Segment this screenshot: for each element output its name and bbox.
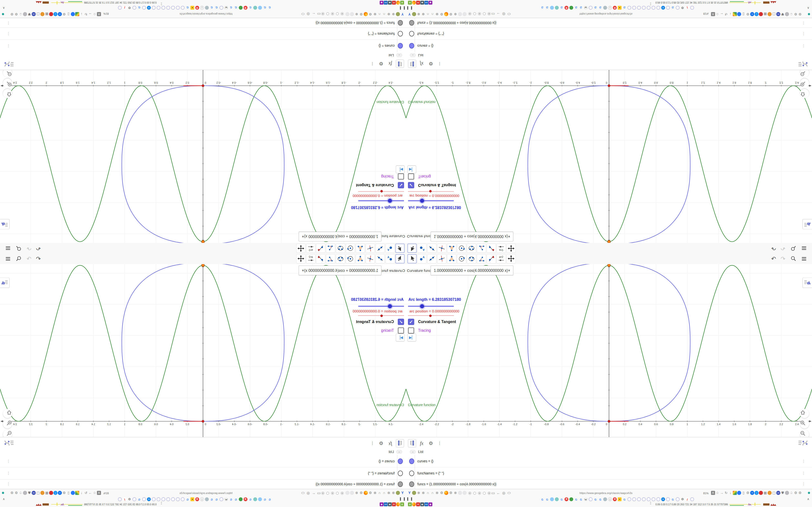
tool-ellipse-button[interactable] [336, 243, 345, 253]
collapse-carets-icon[interactable]: ^^ [161, 502, 162, 505]
arc-length-slider-knob[interactable] [388, 199, 392, 203]
tab-favicon-wreath[interactable] [176, 6, 180, 10]
thumb-extension-icon[interactable]: ♤ [18, 12, 23, 16]
tab-favicon-globe-fav[interactable] [603, 6, 607, 10]
url-text[interactable]: https://www.geogebra.org/classic/aagcxh3… [579, 492, 632, 495]
tool-perpendicular-line-button[interactable] [437, 243, 446, 253]
box-extension-icon[interactable]: ▢ [772, 12, 776, 16]
curve-maximum-point[interactable] [202, 240, 204, 243]
gear-extension-icon[interactable]: ⚙ [798, 491, 802, 495]
row-menu-icon[interactable]: ⋮ [802, 44, 806, 48]
tab-favicon-globe-fav[interactable] [603, 497, 607, 501]
gauge-icon[interactable]: ∩ [430, 12, 435, 16]
tool-circle-button[interactable] [457, 254, 466, 264]
wrench-icon[interactable]: ⚙ [368, 12, 372, 16]
tree-view-button[interactable] [408, 439, 416, 447]
globe-icon[interactable]: ⊕ [435, 491, 439, 495]
tab-favicon-wreath[interactable] [171, 6, 175, 10]
tab-favicon-gear-fav[interactable]: ⚙ [128, 497, 132, 501]
tool-angle-button[interactable] [326, 243, 335, 253]
radio-dot-icon[interactable] [488, 12, 491, 15]
visibility-toggle-off[interactable] [398, 470, 403, 476]
function-dropdown[interactable]: 1.000000000000 + cos(4.000000000000 x) ▼ [430, 266, 513, 275]
gear-icon[interactable]: ⚙ [449, 12, 453, 16]
tab-favicon-blue[interactable]: ● [661, 6, 665, 10]
settings-gear-button[interactable]: ⚙ [427, 60, 435, 67]
tab-favicon-f-fav[interactable]: f [123, 497, 126, 501]
tab-favicon-G[interactable]: G [137, 6, 141, 10]
tab-favicon-G[interactable]: G [137, 497, 141, 501]
arc-length-slider-knob[interactable] [388, 304, 392, 308]
tab-favicon-yandex[interactable]: Я [244, 497, 248, 501]
home-view-button[interactable] [800, 409, 809, 418]
tool-ellipse-button[interactable] [467, 254, 476, 264]
collapse-list-button[interactable]: – [396, 450, 402, 454]
arrow-left-icon[interactable]: ← [311, 12, 316, 16]
algebra-row-funcnames[interactable]: funcNames = {" ''} ⋮ [0, 27, 406, 40]
translate-extension-icon[interactable]: A [711, 12, 715, 16]
gauge-icon[interactable]: ∩ [382, 12, 386, 16]
arc-position-slider-knob[interactable] [429, 315, 432, 317]
trash-extension-icon[interactable]: ▦ [763, 491, 767, 495]
algebra-row-funcnames[interactable]: funcNames = {" ''} ⋮ [0, 467, 406, 480]
red-gear-icon[interactable]: ⚙ [392, 1, 396, 5]
tab-favicon-wreath[interactable] [676, 6, 679, 10]
settings-gear-button[interactable]: ⚙ [427, 440, 435, 447]
firefox-task-icon[interactable] [396, 1, 400, 5]
algebra-row-funcs[interactable]: funcs = {1.000000000000 + cos(4.00000000… [0, 479, 406, 489]
tab-favicon-G[interactable]: G [210, 497, 214, 501]
tab-favicon-G[interactable]: G [540, 6, 544, 10]
curvature-tangent-checkbox[interactable]: ✓ [408, 319, 414, 325]
radio-dot-icon[interactable] [468, 12, 471, 15]
tab-favicon-wreath[interactable] [656, 497, 660, 501]
tab-favicon-wreath[interactable] [690, 497, 694, 501]
curve-maximum-point[interactable] [608, 240, 610, 243]
tab-favicon-G[interactable]: G [248, 497, 252, 501]
main-menu-button[interactable] [4, 256, 12, 262]
tab-favicon-G[interactable]: G [622, 6, 626, 10]
tab-favicon-wreath[interactable] [133, 497, 136, 501]
main-menu-button[interactable] [800, 245, 808, 251]
tab-favicon-G[interactable]: G [594, 497, 597, 501]
globe-icon[interactable]: ⊕ [435, 12, 439, 16]
dim-icon[interactable] [463, 12, 467, 16]
tool-move-graphics-button[interactable] [296, 254, 305, 264]
tab-favicon-G[interactable]: G [186, 6, 190, 10]
algebra-row-funcnames[interactable]: funcNames = {" ''} ⋮ [406, 27, 812, 40]
tab-overflow-chevron-icon[interactable]: ∧ [3, 6, 5, 10]
radio-dot-icon[interactable] [331, 492, 334, 495]
algebra-row-curves[interactable]: curves = {} ⋮ [406, 455, 812, 467]
down-blue-extension-icon[interactable]: ↓ [755, 12, 759, 16]
radio-icon[interactable] [483, 492, 486, 495]
gear-icon[interactable]: ⚙ [359, 12, 363, 16]
gear-icon[interactable]: ⚙ [359, 491, 363, 495]
wrench-extension-icon[interactable]: ⚙ [794, 491, 798, 495]
arc-position-point[interactable] [608, 420, 610, 422]
tree-view-button[interactable] [396, 60, 404, 68]
row-menu-icon[interactable]: ⋮ [6, 44, 10, 48]
tool-ellipse-button[interactable] [336, 254, 345, 264]
tab-favicon-G[interactable]: G [545, 6, 549, 10]
tab-favicon-yandex[interactable]: Я [195, 6, 199, 10]
arc-position-point[interactable] [202, 85, 204, 87]
arc-position-slider[interactable] [408, 191, 454, 192]
gear-extension-icon[interactable]: ⚙ [746, 12, 750, 16]
shield-extension-icon[interactable]: ⛊ [780, 491, 785, 495]
tool-perpendicular-line-button[interactable] [366, 243, 375, 253]
paint-extension-icon[interactable] [75, 12, 79, 16]
tab-favicon-G[interactable]: G [560, 497, 564, 501]
box-extension-icon[interactable]: ▢ [36, 12, 40, 16]
tool-point-button[interactable]: A [386, 254, 395, 264]
arrow-left-icon[interactable]: ← [496, 491, 501, 495]
radio-icon[interactable] [326, 12, 329, 15]
tab-favicon-yandex[interactable]: Я [613, 6, 617, 10]
globe-icon[interactable]: ⊕ [417, 12, 421, 16]
globe-icon[interactable]: ⊕ [373, 491, 377, 495]
row-menu-icon[interactable]: ⋮ [6, 459, 10, 463]
curve-maximum-point[interactable] [608, 264, 610, 267]
dim-icon[interactable] [463, 491, 467, 495]
globe-icon[interactable]: ⊕ [355, 491, 359, 495]
settings-gear-button[interactable]: ⚙ [377, 60, 385, 67]
zoom-in-button[interactable] [3, 419, 12, 429]
tracing-checkbox[interactable] [398, 327, 404, 334]
